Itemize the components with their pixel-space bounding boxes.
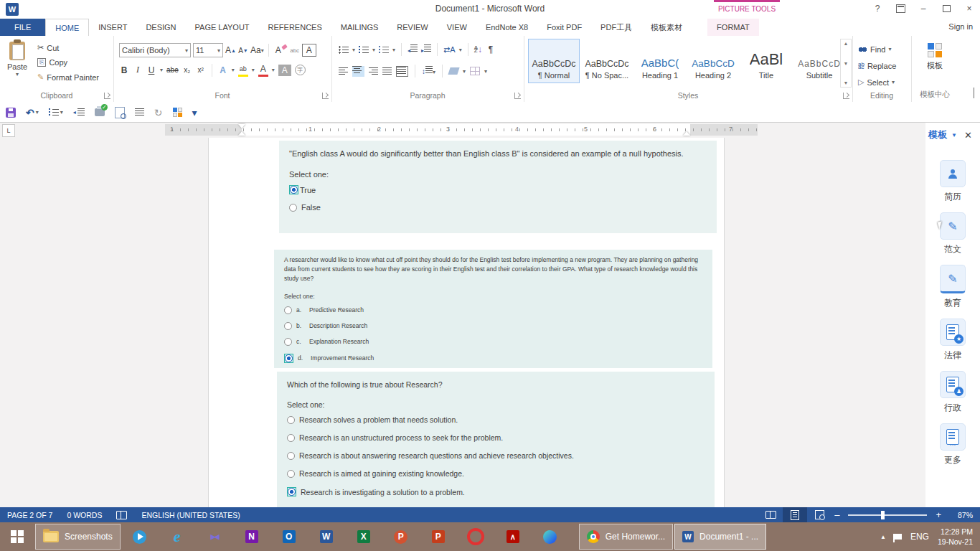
print-preview-button[interactable]: [115, 107, 125, 118]
paste-dropdown-arrow[interactable]: ▾: [16, 71, 19, 77]
start-button[interactable]: [0, 522, 34, 551]
language-indicator[interactable]: ENGLISH (UNITED STATES): [134, 511, 247, 519]
highlight-color-button[interactable]: ab: [238, 63, 248, 77]
question-1-option-true[interactable]: True: [279, 185, 717, 194]
styles-scroll-down[interactable]: ▼: [844, 61, 849, 66]
question-3-clear-choice-link[interactable]: Clear my choice: [277, 496, 715, 507]
question-3-option-1[interactable]: Research solves a problem that needs sol…: [277, 415, 715, 424]
question-2-option-c[interactable]: c. Explanation Research: [274, 338, 712, 346]
bullets-button[interactable]: [339, 46, 349, 54]
multilevel-list-button[interactable]: [379, 46, 389, 54]
phonetic-guide-button[interactable]: abc: [290, 44, 300, 56]
increase-indent-button[interactable]: ▸: [421, 44, 431, 55]
shading-button[interactable]: [448, 67, 459, 75]
taskbar-icon-onenote[interactable]: N: [233, 522, 270, 551]
text-effects-button[interactable]: A: [218, 65, 228, 76]
asian-layout-button[interactable]: ⇄A: [443, 45, 456, 55]
character-border-button[interactable]: A: [302, 44, 316, 57]
radio-unselected[interactable]: [287, 470, 295, 478]
minimize-button[interactable]: –: [917, 2, 930, 15]
taskbar-icon-opera[interactable]: [457, 522, 494, 551]
copy-button[interactable]: ⎘Copy: [37, 58, 99, 67]
clear-formatting-button[interactable]: A: [273, 44, 283, 56]
restore-button[interactable]: [940, 2, 953, 15]
quick-print-button[interactable]: [95, 108, 105, 116]
radio-unselected[interactable]: [284, 338, 292, 346]
customize-qat-button[interactable]: ▾: [192, 107, 197, 118]
radio-unselected[interactable]: [287, 434, 295, 442]
style-normal[interactable]: AaBbCcDc ¶ Normal: [528, 39, 580, 83]
taskbar-clock[interactable]: 12:28 PM 19-Nov-21: [938, 527, 973, 547]
taskbar-icon-powerpoint[interactable]: P: [382, 522, 420, 551]
character-shading-button[interactable]: A: [278, 65, 291, 76]
right-indent-marker[interactable]: [683, 131, 690, 136]
input-language-indicator[interactable]: ENG: [910, 532, 929, 542]
subscript-button[interactable]: x₂: [182, 65, 192, 76]
strikethrough-button[interactable]: abe: [166, 65, 179, 76]
style-title[interactable]: AaBl Title: [740, 39, 792, 83]
line-spacing-button[interactable]: ↕▾: [422, 66, 435, 76]
sidebar-item-administration[interactable]: ♟ 行政: [940, 371, 966, 414]
zoom-slider[interactable]: [848, 514, 927, 516]
style-subtitle[interactable]: AaBbCcD Subtitle: [793, 39, 845, 83]
paste-button[interactable]: Paste ▾: [7, 42, 27, 77]
taskbar-icon-telegram[interactable]: [121, 522, 159, 551]
tab-page-layout[interactable]: PAGE LAYOUT: [186, 19, 259, 36]
web-layout-button[interactable]: [807, 507, 831, 522]
paragraph-dialog-launcher[interactable]: [514, 93, 521, 99]
undo-button[interactable]: ↶▾: [26, 107, 39, 118]
hanging-indent-marker[interactable]: [238, 131, 245, 136]
action-center-flag-icon[interactable]: [895, 534, 902, 540]
styles-scroll-up[interactable]: ▲: [844, 41, 849, 46]
question-2-option-d[interactable]: d. Improvement Research: [274, 354, 712, 363]
select-button[interactable]: ▷Select▾: [858, 76, 896, 88]
borders-button[interactable]: [470, 67, 480, 75]
style-no-spacing[interactable]: AaBbCcDc ¶ No Spac...: [581, 39, 633, 83]
zoom-in-button[interactable]: +: [933, 509, 944, 520]
style-heading-1[interactable]: AaBbC( Heading 1: [634, 39, 686, 83]
question-2-option-b[interactable]: b. Description Research: [274, 322, 712, 330]
superscript-button[interactable]: x²: [196, 65, 206, 76]
radio-selected[interactable]: [289, 185, 298, 194]
align-right-button[interactable]: [369, 67, 378, 75]
qat-numbering-button[interactable]: ▾: [49, 108, 63, 116]
document-page[interactable]: "English class A would do significantly …: [208, 138, 725, 507]
read-mode-button[interactable]: [758, 507, 783, 522]
sort-button[interactable]: AZ↓: [474, 44, 482, 55]
tab-stop-selector[interactable]: L: [2, 124, 15, 137]
save-button[interactable]: [6, 108, 16, 118]
italic-button[interactable]: I: [133, 65, 143, 76]
repeat-button[interactable]: ↻: [154, 107, 163, 118]
radio-unselected[interactable]: [284, 306, 292, 314]
tab-format[interactable]: FORMAT: [707, 19, 759, 36]
zoom-out-button[interactable]: –: [831, 509, 842, 520]
sidebar-item-more[interactable]: … 更多: [940, 423, 966, 466]
qat-justify-button[interactable]: [135, 108, 144, 116]
taskbar-icon-internet-explorer[interactable]: e: [159, 522, 196, 551]
font-size-combobox[interactable]: 11▾: [193, 43, 223, 57]
sidebar-item-sample-docs[interactable]: ✎ 范文: [940, 212, 966, 255]
collapse-ribbon-button[interactable]: [974, 88, 974, 98]
clipboard-dialog-launcher[interactable]: [104, 93, 110, 99]
tab-references[interactable]: REFERENCES: [259, 19, 331, 36]
page-indicator[interactable]: PAGE 2 OF 7: [0, 511, 60, 519]
styles-dialog-launcher[interactable]: [843, 93, 849, 99]
print-layout-button[interactable]: [783, 507, 807, 522]
close-button[interactable]: ×: [963, 2, 976, 15]
taskbar-icon-acrobat[interactable]: ∧: [494, 522, 532, 551]
cut-button[interactable]: ✂Cut: [37, 43, 99, 52]
taskbar-icon-word[interactable]: W: [308, 522, 345, 551]
help-button[interactable]: ?: [871, 2, 884, 15]
distribute-button[interactable]: [396, 66, 408, 77]
decrease-indent-button[interactable]: ◂: [407, 44, 418, 55]
tab-template-material[interactable]: 模板素材: [641, 19, 692, 36]
taskbar-window-chrome[interactable]: Get Homewor...: [579, 524, 673, 550]
grow-font-button[interactable]: A▲: [225, 44, 236, 56]
zoom-slider-thumb[interactable]: [881, 511, 885, 519]
underline-button[interactable]: U: [146, 65, 156, 76]
tab-file[interactable]: FILE: [0, 19, 45, 36]
tab-design[interactable]: DESIGN: [136, 19, 185, 36]
numbering-button[interactable]: [359, 46, 369, 54]
qat-template-button[interactable]: [173, 108, 182, 117]
taskbar-icon-powerpoint-2[interactable]: P: [420, 522, 457, 551]
